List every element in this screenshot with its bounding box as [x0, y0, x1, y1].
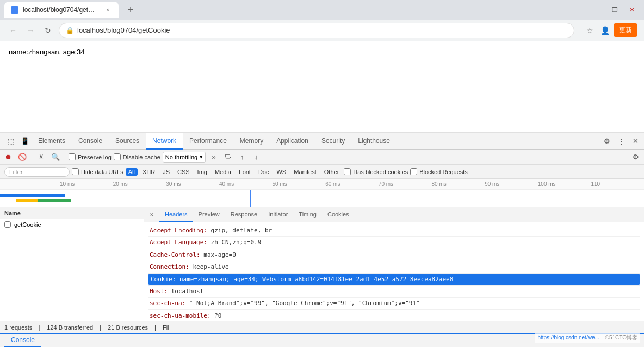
inspect-element-icon[interactable]: ⬚ [4, 135, 17, 148]
header-name: Connection: [150, 263, 189, 270]
filter-js-button[interactable]: JS [160, 168, 172, 176]
watermark: https://blog.csdn.net/we... ©51CTO博客 [535, 333, 640, 343]
tab-close-button[interactable]: × [103, 5, 112, 14]
devtools-right-icons: ⚙ ⋮ ✕ [600, 135, 642, 148]
address-actions: ☆ 👤 更新 [583, 23, 637, 37]
new-tab-button[interactable]: + [123, 2, 138, 17]
tab-performance[interactable]: Performance [183, 133, 233, 150]
devtools-more-icon[interactable]: ⋮ [615, 135, 628, 148]
tab-lighthouse[interactable]: Lighthouse [351, 133, 397, 150]
has-blocked-cookies-input[interactable] [344, 168, 351, 175]
request-checkbox[interactable] [4, 221, 11, 228]
request-item[interactable]: getCookie [0, 219, 144, 230]
back-button[interactable]: ← [7, 24, 20, 37]
detail-tab-timing[interactable]: Timing [293, 207, 322, 222]
filter-font-button[interactable]: Font [236, 168, 253, 176]
overflow-icon[interactable]: » [208, 151, 220, 163]
export-button[interactable]: ↓ [250, 151, 262, 163]
tab-title: localhost/blog0704/getCookie [23, 6, 99, 14]
tick-30ms: 30 ms [166, 181, 219, 187]
header-row: sec-ch-ua: " Not;A Brand";v="99", "Googl… [148, 298, 640, 309]
filter-doc-button[interactable]: Doc [256, 168, 272, 176]
right-detail: Accept-Encoding: gzip, deflate, brAccept… [144, 222, 644, 321]
browser-tab[interactable]: localhost/blog0704/getCookie × [4, 2, 119, 18]
filter-all-button[interactable]: All [126, 168, 138, 176]
waterfall-bar-green [38, 199, 71, 202]
transferred-label: 124 B transferred [47, 324, 93, 331]
header-name: sec-ch-ua-mobile: [150, 312, 211, 319]
tick-80ms: 80 ms [431, 181, 485, 187]
throttling-arrow-icon: ▾ [200, 153, 203, 160]
disable-cache-input[interactable] [114, 153, 121, 160]
address-input[interactable]: 🔒 localhost/blog0704/getCookie [59, 23, 574, 38]
blocked-requests-input[interactable] [410, 168, 417, 175]
record-button[interactable]: ⏺ [2, 151, 14, 163]
filter-xhr-button[interactable]: XHR [140, 168, 158, 176]
console-tab-item[interactable]: Console [4, 333, 41, 347]
has-blocked-cookies-checkbox[interactable]: Has blocked cookies [344, 168, 408, 175]
header-name: sec-ch-ua: [150, 300, 185, 307]
detail-tab-response[interactable]: Response [225, 207, 263, 222]
tab-sources[interactable]: Sources [109, 133, 146, 150]
account-button[interactable]: 👤 [598, 24, 611, 37]
import-button[interactable]: ↑ [236, 151, 248, 163]
filter-icon[interactable]: ⊻ [35, 151, 47, 163]
header-name: Cache-Control: [150, 251, 200, 258]
preserve-log-input[interactable] [69, 153, 76, 160]
disable-cache-checkbox[interactable]: Disable cache [114, 153, 160, 160]
tab-memory[interactable]: Memory [233, 133, 270, 150]
close-panel-button[interactable]: × [146, 209, 157, 220]
tab-favicon [11, 6, 18, 14]
detail-tab-headers[interactable]: Headers [159, 207, 193, 222]
forward-button[interactable]: → [24, 24, 37, 37]
tab-elements[interactable]: Elements [32, 133, 72, 150]
separator-1: | [39, 324, 40, 331]
filter-ws-button[interactable]: WS [274, 168, 289, 176]
preserve-log-checkbox[interactable]: Preserve log [69, 153, 112, 160]
tab-application[interactable]: Application [270, 133, 315, 150]
separator-2: | [100, 324, 101, 331]
search-button[interactable]: 🔍 [49, 151, 61, 163]
throttling-dropdown[interactable]: No throttling ▾ [163, 152, 206, 163]
filter-other-button[interactable]: Other [321, 168, 342, 176]
detail-tab-initiator[interactable]: Initiator [263, 207, 293, 222]
update-button[interactable]: 更新 [614, 23, 637, 37]
filter-img-button[interactable]: Img [195, 168, 210, 176]
header-value: keep-alive [193, 263, 228, 270]
devtools-settings-icon[interactable]: ⚙ [600, 135, 614, 148]
detail-tab-cookies[interactable]: Cookies [322, 207, 355, 222]
shield-icon[interactable]: 🛡 [222, 151, 234, 163]
devtools-close-icon[interactable]: ✕ [629, 135, 642, 148]
tab-console[interactable]: Console [72, 133, 109, 150]
close-button[interactable]: ✕ [624, 2, 640, 17]
filter-css-button[interactable]: CSS [175, 168, 193, 176]
network-settings-icon[interactable]: ⚙ [630, 151, 642, 163]
devtools-tools: ⬚ 📱 [4, 135, 32, 148]
detail-tab-preview[interactable]: Preview [193, 207, 225, 222]
maximize-button[interactable]: ❐ [607, 2, 622, 17]
blocked-requests-checkbox[interactable]: Blocked Requests [410, 168, 468, 175]
filter-manifest-button[interactable]: Manifest [291, 168, 319, 176]
watermark-url: https://blog.csdn.net/we... [537, 334, 599, 340]
device-toolbar-icon[interactable]: 📱 [18, 135, 32, 148]
waterfall-bar-blue [0, 194, 65, 197]
detail-panel: × Headers Preview Response Initiator Tim… [144, 207, 644, 321]
address-bar: ← → ↻ 🔒 localhost/blog0704/getCookie ☆ 👤… [0, 20, 644, 41]
refresh-button[interactable]: ↻ [41, 24, 54, 37]
header-name: Accept-Encoding: [150, 227, 207, 234]
header-row: Connection: keep-alive [148, 261, 640, 273]
resources-label: 21 B resources [108, 324, 148, 331]
requests-count: 1 requests [4, 324, 32, 331]
tab-security[interactable]: Security [315, 133, 351, 150]
status-bar: 1 requests | 124 B transferred | 21 B re… [0, 321, 644, 333]
bookmark-button[interactable]: ☆ [583, 24, 596, 37]
clear-button[interactable]: 🚫 [16, 151, 28, 163]
filter-media-button[interactable]: Media [212, 168, 234, 176]
tab-network[interactable]: Network [146, 133, 183, 150]
blocked-requests-label: Blocked Requests [419, 169, 468, 175]
filter-input[interactable] [4, 167, 70, 177]
hide-data-urls-input[interactable] [72, 168, 79, 175]
tick-60ms: 60 ms [325, 181, 379, 187]
minimize-button[interactable]: — [590, 2, 605, 17]
hide-data-urls-checkbox[interactable]: Hide data URLs [72, 168, 123, 175]
